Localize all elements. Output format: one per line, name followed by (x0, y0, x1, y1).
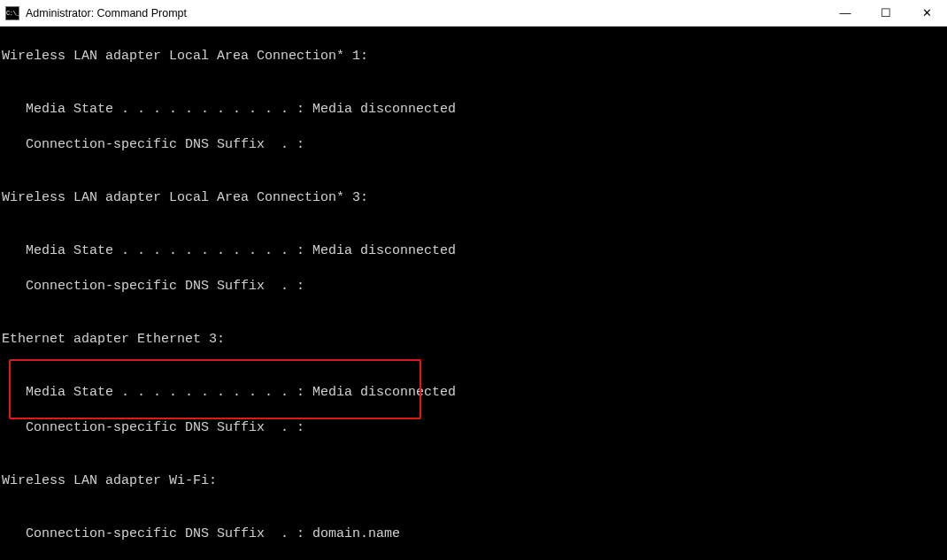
output-line: Connection-specific DNS Suffix . : domai… (2, 525, 945, 543)
terminal-output[interactable]: Wireless LAN adapter Local Area Connecti… (0, 27, 947, 560)
output-line: Ethernet adapter Ethernet 3: (2, 331, 945, 349)
output-line: Media State . . . . . . . . . . . : Medi… (2, 384, 945, 402)
output-line: Media State . . . . . . . . . . . : Medi… (2, 101, 945, 119)
minimize-button[interactable]: — (825, 0, 866, 27)
output-line: Media State . . . . . . . . . . . : Medi… (2, 242, 945, 260)
window-title: Administrator: Command Prompt (26, 7, 187, 19)
output-line: Connection-specific DNS Suffix . : (2, 136, 945, 154)
cmd-icon: C:\_ (5, 6, 19, 20)
maximize-button[interactable]: ☐ (866, 0, 906, 27)
output-line: Wireless LAN adapter Local Area Connecti… (2, 48, 945, 65)
output-line: Connection-specific DNS Suffix . : (2, 419, 945, 437)
output-line: Connection-specific DNS Suffix . : (2, 278, 945, 295)
output-line: Wireless LAN adapter Local Area Connecti… (2, 189, 945, 207)
close-button[interactable]: ✕ (906, 0, 947, 27)
titlebar: C:\_ Administrator: Command Prompt — ☐ ✕ (0, 0, 947, 27)
output-line: Wireless LAN adapter Wi-Fi: (2, 472, 945, 490)
